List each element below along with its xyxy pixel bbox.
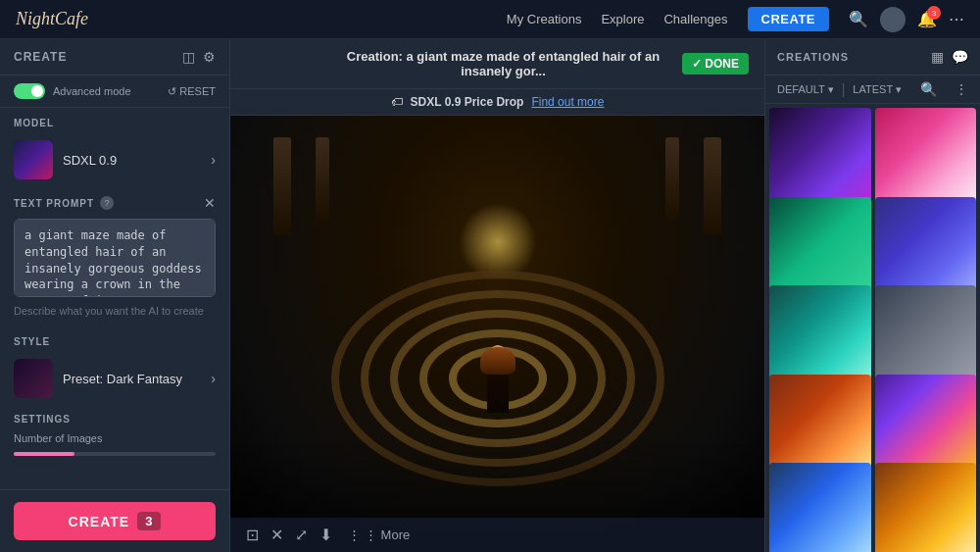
more-button[interactable]: ⋮ ⋮ More xyxy=(348,527,410,542)
creations-grid xyxy=(765,104,980,552)
help-icon[interactable]: ? xyxy=(100,196,114,210)
filter-latest-button[interactable]: LATEST ▾ xyxy=(853,83,902,96)
creation-thumb-10[interactable] xyxy=(875,463,977,552)
prompt-header: TEXT PROMPT ? ✕ xyxy=(0,185,229,215)
more-label: ⋮ More xyxy=(365,527,410,542)
creation-thumb-5[interactable] xyxy=(769,285,871,387)
figure-body xyxy=(487,359,509,413)
maze-scene xyxy=(230,116,764,552)
notification-button[interactable]: 🔔 3 xyxy=(917,10,937,28)
sidebar-icon-1[interactable]: ◫ xyxy=(182,49,195,65)
grid-view-icon[interactable]: ▦ xyxy=(931,49,944,65)
creation-thumb-1[interactable] xyxy=(769,108,871,210)
settings-section: SETTINGS Number of Images xyxy=(0,404,229,462)
text-prompt-label: TEXT PROMPT xyxy=(14,198,94,209)
app-logo: NightCafe xyxy=(16,9,88,29)
figure-hair xyxy=(480,347,515,375)
more-dots-icon: ⋮ xyxy=(348,527,361,542)
nav-right-section: My Creations Explore Challenges CREATE 🔍… xyxy=(507,7,964,32)
price-drop-emoji: 🏷 xyxy=(391,95,403,109)
model-thumbnail xyxy=(14,140,53,179)
column-right-1 xyxy=(704,137,721,235)
maze-glow xyxy=(459,203,537,281)
creation-thumb-2[interactable] xyxy=(875,108,977,210)
model-thumb-image xyxy=(14,140,53,179)
model-selector[interactable]: SDXL 0.9 › xyxy=(0,134,229,185)
sidebar-create-label: CREATE xyxy=(14,50,67,64)
toolbar-icon-download[interactable]: ⬇ xyxy=(319,526,332,544)
creation-thumb-3[interactable] xyxy=(769,197,871,299)
toolbar-icon-expand[interactable]: ⤢ xyxy=(295,526,308,544)
nav-icon-group: 🔍 🔔 3 ⋯ xyxy=(849,7,964,32)
chevron-right-icon: › xyxy=(211,152,216,168)
creation-thumb-9[interactable] xyxy=(769,463,871,552)
num-images-label: Number of Images xyxy=(14,432,216,444)
creation-title: Creation: a giant maze made of entangled… xyxy=(324,49,682,78)
right-header-icons: ▦ 💬 xyxy=(931,49,968,65)
creation-thumb-8[interactable] xyxy=(875,375,977,477)
done-badge: ✓ DONE xyxy=(682,53,749,75)
text-prompt-input[interactable]: a giant maze made of entangled hair of a… xyxy=(14,219,216,297)
sidebar-bottom: CREATE 3 xyxy=(0,489,229,552)
style-name-label: Preset: Dark Fantasy xyxy=(63,372,201,386)
toolbar-icon-remove[interactable]: ✕ xyxy=(270,526,283,544)
settings-label: SETTINGS xyxy=(14,414,216,428)
sidebar-settings-icon[interactable]: ⚙ xyxy=(203,49,216,65)
style-thumbnail xyxy=(14,359,53,398)
price-drop-bar: 🏷 SDXL 0.9 Price Drop Find out more xyxy=(230,89,764,116)
main-layout: CREATE ◫ ⚙ Advanced mode ↺ RESET MODEL S… xyxy=(0,39,980,552)
filter-default-chevron: ▾ xyxy=(828,83,834,96)
sidebar-icon-row: ◫ ⚙ xyxy=(182,49,216,65)
creation-thumb-7[interactable] xyxy=(769,375,871,477)
num-images-slider[interactable] xyxy=(14,452,216,456)
user-avatar[interactable] xyxy=(880,7,906,32)
column-left-2 xyxy=(316,137,329,221)
chat-icon[interactable]: 💬 xyxy=(952,49,968,65)
creation-thumb-6[interactable] xyxy=(875,285,977,387)
search-icon[interactable]: 🔍 xyxy=(920,81,937,97)
notification-badge: 3 xyxy=(927,6,941,20)
advanced-mode-row: Advanced mode ↺ RESET xyxy=(0,75,229,108)
advanced-mode-label: Advanced mode xyxy=(53,85,131,97)
profile-button[interactable] xyxy=(880,7,906,32)
style-selector[interactable]: Preset: Dark Fantasy › xyxy=(0,353,229,404)
toolbar-icon-copy[interactable]: ⊡ xyxy=(246,526,259,544)
filter-default-label: DEFAULT xyxy=(777,83,825,95)
search-button[interactable]: 🔍 xyxy=(849,10,868,28)
filter-latest-label: LATEST xyxy=(853,83,893,95)
advanced-mode-toggle[interactable] xyxy=(14,83,45,99)
nav-challenges[interactable]: Challenges xyxy=(663,12,727,26)
reset-button[interactable]: ↺ RESET xyxy=(168,85,216,98)
nav-explore[interactable]: Explore xyxy=(601,12,644,26)
more-options-button[interactable]: ⋯ xyxy=(949,10,964,28)
right-panel-header: CREATIONS ▦ 💬 xyxy=(765,39,980,75)
create-count-badge: 3 xyxy=(137,512,161,530)
toggle-knob xyxy=(31,85,43,97)
top-navigation: NightCafe My Creations Explore Challenge… xyxy=(0,0,980,39)
nav-my-creations[interactable]: My Creations xyxy=(507,12,582,26)
main-image-container: ⊡ ✕ ⤢ ⬇ ⋮ ⋮ More xyxy=(230,116,764,552)
filter-default-button[interactable]: DEFAULT ▾ xyxy=(777,83,834,96)
create-btn-label: CREATE xyxy=(69,514,130,529)
right-filters-row: DEFAULT ▾ | LATEST ▾ 🔍 ⋮ xyxy=(765,75,980,104)
center-panel: Creation: a giant maze made of entangled… xyxy=(230,39,764,552)
column-left-1 xyxy=(273,137,291,235)
slider-fill xyxy=(14,452,74,456)
creation-thumb-4[interactable] xyxy=(875,197,977,299)
nav-create-button[interactable]: CREATE xyxy=(748,7,829,31)
create-button[interactable]: CREATE 3 xyxy=(14,502,216,540)
sidebar-header: CREATE ◫ ⚙ xyxy=(0,39,229,75)
find-out-more-link[interactable]: Find out more xyxy=(531,95,604,109)
center-header: Creation: a giant maze made of entangled… xyxy=(230,39,764,89)
model-section-label: MODEL xyxy=(0,108,229,134)
right-section: CREATIONS ▦ 💬 DEFAULT ▾ | LATEST ▾ 🔍 ⋮ xyxy=(764,39,980,552)
filter-latest-chevron: ▾ xyxy=(896,83,902,96)
more-options-icon[interactable]: ⋮ xyxy=(955,81,968,97)
left-sidebar: CREATE ◫ ⚙ Advanced mode ↺ RESET MODEL S… xyxy=(0,39,230,552)
column-right-2 xyxy=(665,137,679,221)
price-drop-text: SDXL 0.9 Price Drop xyxy=(411,95,524,109)
creations-label: CREATIONS xyxy=(777,51,849,63)
model-name-label: SDXL 0.9 xyxy=(63,153,201,168)
image-toolbar: ⊡ ✕ ⤢ ⬇ ⋮ ⋮ More xyxy=(230,518,764,552)
clear-prompt-icon[interactable]: ✕ xyxy=(204,195,216,211)
